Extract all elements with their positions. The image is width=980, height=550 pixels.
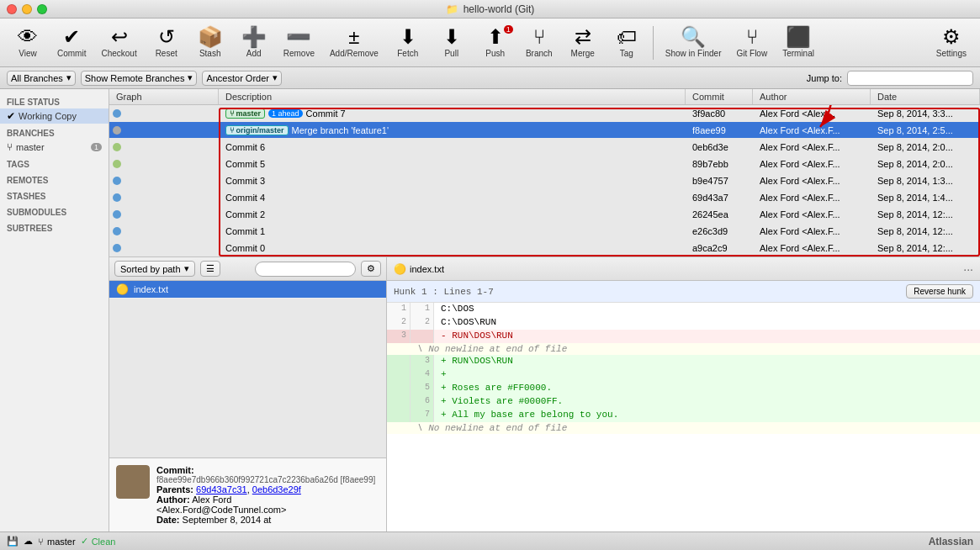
table-row[interactable]: Commit 4 69d43a7 Alex Ford <Alex.F... Se… (109, 189, 980, 206)
branch-button[interactable]: ⑂ Branch (518, 24, 560, 61)
stash-button[interactable]: 📦 Stash (189, 24, 231, 61)
row-desc: Commit 0 (219, 241, 686, 255)
pull-icon: ⬇ (443, 27, 460, 47)
atlassian-logo: Atlassian (929, 536, 973, 547)
list-view-button[interactable]: ☰ (200, 261, 220, 277)
table-row[interactable]: Commit 6 0eb6d3e Alex Ford <Alex.F... Se… (109, 139, 980, 156)
hunk-header: Hunk 1 : Lines 1-7 Reverse hunk (387, 281, 980, 303)
view-button[interactable]: 👁 View (7, 24, 49, 61)
lower-panel: Sorted by path ▾ ☰ ⚙ 🟡 (109, 257, 980, 531)
row-commit: f8aee99 (686, 124, 753, 137)
gear-button[interactable]: ⚙ (361, 261, 381, 277)
fetch-button[interactable]: ⬇ Fetch (387, 24, 429, 61)
commit-parents: Parents: 69d43a7c31, 0eb6d3e29f (156, 484, 379, 494)
file-status-label: FILE STATUS (0, 93, 109, 108)
add-button[interactable]: ➕ Add (233, 24, 275, 61)
stashes-label: STASHES (0, 187, 109, 203)
diff-more-button[interactable]: ··· (963, 262, 973, 276)
row-date: Sep 8, 2014, 3:3... (871, 107, 980, 120)
reset-button[interactable]: ↺ Reset (146, 24, 188, 61)
remote-branches-select[interactable]: Show Remote Branches ▾ (81, 71, 198, 86)
chevron-down-icon: ▾ (184, 263, 189, 274)
all-branches-select[interactable]: All Branches ▾ (7, 71, 76, 86)
commit-col-header: Commit (686, 89, 753, 104)
table-row[interactable]: Commit 1 e26c3d9 Alex Ford <Alex.F... Se… (109, 223, 980, 240)
table-row[interactable]: Commit 0 a9ca2c9 Alex Ford <Alex.F... Se… (109, 240, 980, 256)
row-date: Sep 8, 2014, 1:3... (871, 174, 980, 188)
checkout-button[interactable]: ↩ Checkout (94, 24, 143, 61)
status-bar: 💾 ☁ ⑂ master ✓ Clean Atlassian (0, 531, 980, 550)
main-layout: FILE STATUS ✔ Working Copy BRANCHES ⑂ ma… (0, 89, 980, 531)
add-remove-icon: ± (348, 27, 359, 47)
reverse-hunk-button[interactable]: Reverse hunk (906, 284, 973, 299)
diff-content[interactable]: Hunk 1 : Lines 1-7 Reverse hunk 1 1 C:\D… (387, 281, 980, 531)
row-author: Alex Ford <Alex.F... (753, 140, 871, 154)
date-col-header: Date (871, 89, 980, 104)
subtrees-label: SUBTREES (0, 219, 109, 235)
diff-line: 7 + All my base are belong to you. (387, 409, 980, 422)
diff-panel: 🟡 index.txt ··· Hunk 1 : Lines 1-7 Rever… (387, 257, 980, 531)
table-row[interactable]: Commit 3 b9e4757 Alex Ford <Alex.F... Se… (109, 172, 980, 189)
window-controls[interactable] (7, 4, 47, 14)
push-icon: ⬆ (487, 27, 504, 47)
row-date: Sep 8, 2014, 2:0... (871, 140, 980, 154)
commit-button[interactable]: ✔ Commit (50, 24, 93, 61)
git-flow-icon: ⑂ (746, 27, 758, 47)
table-row[interactable]: ⑂ origin/master Merge branch 'feature1' … (109, 122, 980, 139)
commit-details: Commit: f8aee99e7db966b360f992721ca7c223… (156, 465, 379, 525)
desc-col-header: Description (219, 89, 686, 104)
remove-icon: ➖ (286, 27, 311, 47)
chevron-down-icon: ▾ (66, 72, 72, 83)
row-author: Alex Ford <Alex.F... (753, 191, 871, 204)
maximize-button[interactable] (37, 4, 47, 14)
add-remove-button[interactable]: ± Add/Remove (323, 24, 385, 61)
graph-dot (113, 227, 121, 235)
row-desc: Commit 5 (219, 157, 686, 171)
row-commit: a9ca2c9 (686, 241, 753, 255)
graph-dot (113, 160, 121, 168)
tag-button[interactable]: 🏷 Tag (606, 24, 648, 61)
push-button[interactable]: ⬆ Push 1 (474, 24, 516, 61)
table-row[interactable]: ⑂ master 1 ahead Commit 7 3f9ac80 Alex F… (109, 105, 980, 122)
row-author: Alex Ford <Alex.F... (753, 124, 871, 137)
remotes-label: REMOTES (0, 171, 109, 187)
row-desc: ⑂ origin/master Merge branch 'feature1' (219, 124, 686, 137)
file-item-index-txt[interactable]: 🟡 index.txt (109, 281, 386, 299)
table-row[interactable]: Commit 5 89b7ebb Alex Ford <Alex.F... Se… (109, 156, 980, 172)
sort-button[interactable]: Sorted by path ▾ (114, 261, 195, 277)
sidebar-item-master[interactable]: ⑂ master 1 (0, 140, 109, 155)
pull-button[interactable]: ⬇ Pull (431, 24, 473, 61)
settings-button[interactable]: ⚙ Settings (930, 24, 973, 61)
close-button[interactable] (7, 4, 17, 14)
parent-link-2[interactable]: 0eb6d3e29f (252, 484, 301, 494)
table-row[interactable]: Commit 2 26245ea Alex Ford <Alex.F... Se… (109, 206, 980, 223)
show-in-finder-button[interactable]: 🔍 Show in Finder (659, 24, 728, 61)
sidebar-item-working-copy[interactable]: ✔ Working Copy (0, 108, 109, 124)
row-commit: e26c3d9 (686, 225, 753, 238)
check-icon: ✓ (81, 536, 88, 547)
commit-table[interactable]: Graph Description Commit Author Date ⑂ m… (109, 89, 980, 257)
graph-col-header: Graph (109, 89, 219, 104)
remove-button[interactable]: ➖ Remove (277, 24, 321, 61)
author-col-header: Author (753, 89, 871, 104)
order-select[interactable]: Ancestor Order ▾ (202, 71, 282, 86)
content-area: Graph Description Commit Author Date ⑂ m… (109, 89, 980, 531)
push-badge: 1 (504, 25, 513, 34)
branch-tag-master: ⑂ master (225, 108, 265, 119)
row-desc: Commit 6 (219, 140, 686, 154)
status-branch: ⑂ master (38, 537, 76, 547)
git-flow-button[interactable]: ⑂ Git Flow (729, 24, 774, 61)
terminal-button[interactable]: ⬛ Terminal (776, 24, 821, 61)
minimize-button[interactable] (22, 4, 32, 14)
jump-to-input[interactable] (847, 71, 973, 86)
toolbar: 👁 View ✔ Commit ↩ Checkout ↺ Reset 📦 Sta… (0, 19, 980, 67)
graph-dot (113, 143, 121, 151)
parent-link-1[interactable]: 69d43a7c31 (196, 484, 247, 494)
diff-line: 3 - RUN\DOS\RUN (387, 330, 980, 343)
row-author: Alex Ford <Alex.F... (753, 225, 871, 238)
graph-dot (113, 109, 121, 118)
merge-button[interactable]: ⇄ Merge (562, 24, 604, 61)
files-search-input[interactable] (255, 262, 356, 277)
diff-header: 🟡 index.txt ··· (387, 257, 980, 281)
row-date: Sep 8, 2014, 2:5... (871, 124, 980, 137)
